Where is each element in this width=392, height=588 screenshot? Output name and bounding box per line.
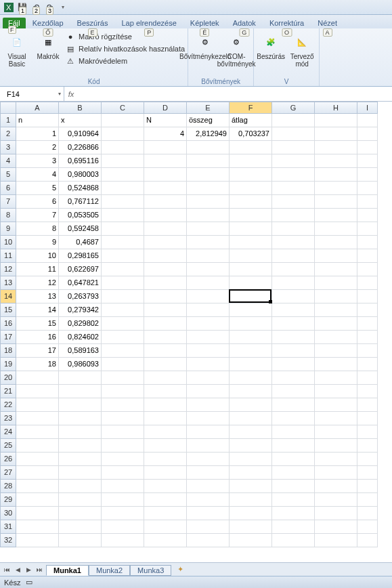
- cell-C2[interactable]: [102, 127, 144, 141]
- cell-I1[interactable]: [357, 114, 378, 127]
- row-header-12[interactable]: 12: [0, 263, 16, 276]
- row-header-21[interactable]: 21: [0, 385, 16, 398]
- select-all-corner[interactable]: [0, 102, 16, 114]
- cell-E16[interactable]: [187, 317, 230, 331]
- sheet-nav-2[interactable]: ▶: [23, 564, 34, 575]
- cell-H22[interactable]: [315, 398, 357, 412]
- cell-F23[interactable]: [230, 412, 272, 425]
- row-header-32[interactable]: 32: [0, 534, 16, 547]
- cell-D4[interactable]: [144, 154, 187, 168]
- cell-E26[interactable]: [187, 453, 230, 466]
- cell-D27[interactable]: [144, 466, 187, 480]
- cell-E23[interactable]: [187, 412, 230, 425]
- cell-A2[interactable]: 1: [16, 127, 59, 141]
- cell-B20[interactable]: [59, 371, 102, 385]
- cell-H30[interactable]: [315, 507, 357, 520]
- cell-I17[interactable]: [357, 331, 378, 344]
- cell-H27[interactable]: [315, 466, 357, 480]
- cell-E25[interactable]: [187, 439, 230, 453]
- row-header-10[interactable]: 10: [0, 236, 16, 249]
- cell-A12[interactable]: 11: [16, 263, 59, 276]
- cell-D16[interactable]: [144, 317, 187, 331]
- sheet-tab-munka1[interactable]: Munka1: [46, 565, 89, 576]
- cell-B11[interactable]: 0,298165: [59, 249, 102, 263]
- cell-E30[interactable]: [187, 507, 230, 520]
- sheet-nav-0[interactable]: ⏮: [1, 564, 12, 575]
- column-header-H[interactable]: H: [315, 102, 357, 114]
- cell-I15[interactable]: [357, 303, 378, 317]
- cell-A9[interactable]: 8: [16, 222, 59, 236]
- cell-G25[interactable]: [272, 439, 315, 453]
- cell-F16[interactable]: [230, 317, 272, 331]
- cell-F2[interactable]: 0,703237: [230, 127, 272, 141]
- cell-A16[interactable]: 15: [16, 317, 59, 331]
- cell-E10[interactable]: [187, 236, 230, 249]
- cell-C8[interactable]: [102, 209, 144, 222]
- cell-A14[interactable]: 13: [16, 290, 59, 303]
- cell-D7[interactable]: [144, 195, 187, 209]
- cell-G18[interactable]: [272, 344, 315, 358]
- row-header-19[interactable]: 19: [0, 358, 16, 371]
- cell-E28[interactable]: [187, 480, 230, 493]
- cell-D21[interactable]: [144, 385, 187, 398]
- cell-H19[interactable]: [315, 358, 357, 371]
- cell-D29[interactable]: [144, 493, 187, 507]
- cell-G21[interactable]: [272, 385, 315, 398]
- cell-I12[interactable]: [357, 263, 378, 276]
- row-header-8[interactable]: 8: [0, 209, 16, 222]
- column-header-E[interactable]: E: [187, 102, 230, 114]
- cell-H24[interactable]: [315, 425, 357, 439]
- cell-B30[interactable]: [59, 507, 102, 520]
- cell-F29[interactable]: [230, 493, 272, 507]
- cell-G32[interactable]: [272, 534, 315, 547]
- row-header-27[interactable]: 27: [0, 466, 16, 480]
- cell-E32[interactable]: [187, 534, 230, 547]
- tab-beszúrás[interactable]: BeszúrásE: [70, 18, 115, 28]
- cell-B22[interactable]: [59, 398, 102, 412]
- cell-G13[interactable]: [272, 276, 315, 290]
- cell-E12[interactable]: [187, 263, 230, 276]
- column-header-D[interactable]: D: [144, 102, 187, 114]
- macros-button[interactable]: ▦Makrók: [34, 30, 62, 77]
- row-header-22[interactable]: 22: [0, 398, 16, 412]
- cell-D2[interactable]: 4: [144, 127, 187, 141]
- cell-H28[interactable]: [315, 480, 357, 493]
- cell-G14[interactable]: [272, 290, 315, 303]
- row-header-11[interactable]: 11: [0, 249, 16, 263]
- column-header-C[interactable]: C: [102, 102, 144, 114]
- cell-A10[interactable]: 9: [16, 236, 59, 249]
- cell-D32[interactable]: [144, 534, 187, 547]
- cell-B17[interactable]: 0,824602: [59, 331, 102, 344]
- cell-I25[interactable]: [357, 439, 378, 453]
- cell-A3[interactable]: 2: [16, 141, 59, 154]
- cell-A21[interactable]: [16, 385, 59, 398]
- cell-I28[interactable]: [357, 480, 378, 493]
- row-header-28[interactable]: 28: [0, 480, 16, 493]
- cell-G26[interactable]: [272, 453, 315, 466]
- cell-H25[interactable]: [315, 439, 357, 453]
- cell-B15[interactable]: 0,279342: [59, 303, 102, 317]
- cell-E7[interactable]: [187, 195, 230, 209]
- row-header-25[interactable]: 25: [0, 439, 16, 453]
- cell-B12[interactable]: 0,622697: [59, 263, 102, 276]
- cell-F4[interactable]: [230, 154, 272, 168]
- cell-E9[interactable]: [187, 222, 230, 236]
- cell-C1[interactable]: [102, 114, 144, 127]
- cell-H6[interactable]: [315, 182, 357, 195]
- cell-E19[interactable]: [187, 358, 230, 371]
- cell-B29[interactable]: [59, 493, 102, 507]
- cell-A5[interactable]: 4: [16, 168, 59, 182]
- cell-A22[interactable]: [16, 398, 59, 412]
- com-addins-button[interactable]: ⚙COM-bővítmények: [222, 30, 251, 77]
- cell-I26[interactable]: [357, 453, 378, 466]
- cell-A30[interactable]: [16, 507, 59, 520]
- cell-G10[interactable]: [272, 236, 315, 249]
- macro-security[interactable]: ⚠Makróvédelem: [65, 56, 185, 66]
- row-header-16[interactable]: 16: [0, 317, 16, 331]
- cell-A13[interactable]: 12: [16, 276, 59, 290]
- tab-lap-elrendezése[interactable]: Lap elrendezéseP: [114, 18, 183, 28]
- sheet-tab-munka2[interactable]: Munka2: [89, 565, 130, 576]
- cell-I2[interactable]: [357, 127, 378, 141]
- cell-D11[interactable]: [144, 249, 187, 263]
- cell-C32[interactable]: [102, 534, 144, 547]
